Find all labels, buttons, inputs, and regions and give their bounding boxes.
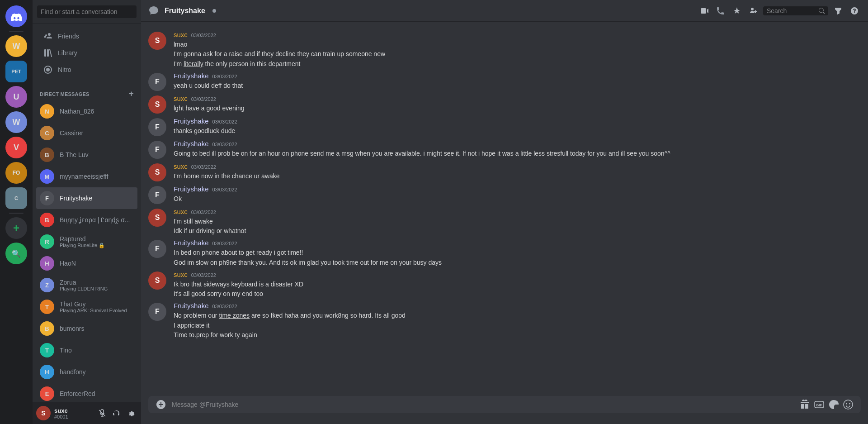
header-search-box xyxy=(763,6,828,15)
pin-button[interactable] xyxy=(731,5,743,17)
server-pet[interactable]: PET xyxy=(5,61,27,82)
avatar-suxc-6[interactable]: S xyxy=(148,163,166,181)
nav-friends[interactable]: Friends xyxy=(36,28,137,44)
online-indicator xyxy=(212,9,216,13)
server-s7[interactable]: C xyxy=(5,187,27,209)
dm-avatar-raptured: R xyxy=(40,234,54,249)
dm-item-myynameeissjefff[interactable]: M myynameeissjefff xyxy=(36,166,137,187)
message-content-2: Fruityshake 03/03/2022 yeah u could deff… xyxy=(174,72,861,91)
message-input[interactable] xyxy=(172,396,794,413)
chat-input-area: GIF xyxy=(141,396,868,424)
nav-nitro[interactable]: Nitro xyxy=(36,62,137,78)
msg-text-1a: lmao xyxy=(174,40,861,49)
nav-nitro-label: Nitro xyxy=(58,66,71,73)
voice-call-button[interactable] xyxy=(714,5,727,17)
header-search-input[interactable] xyxy=(767,7,815,14)
avatar-fruityshake-5[interactable]: F xyxy=(148,141,166,159)
msg-username-fruityshake-4[interactable]: Fruityshake xyxy=(174,117,209,125)
dm-item-raptured[interactable]: R Raptured Playing RuneLite 🔒 xyxy=(36,231,137,252)
dm-avatar-zorua: Z xyxy=(40,278,54,292)
avatar-fruityshake-9[interactable]: F xyxy=(148,240,166,258)
msg-username-fruityshake-7[interactable]: Fruityshake xyxy=(174,185,209,193)
message-group-10: S suxc 03/03/2022 Ik bro that sideways k… xyxy=(141,269,868,300)
message-group-6: S suxc 03/03/2022 I'm home now in the ch… xyxy=(141,161,868,183)
settings-button[interactable] xyxy=(125,407,137,419)
msg-timestamp-10: 03/03/2022 xyxy=(191,272,216,278)
svg-point-8 xyxy=(844,400,853,409)
chat-header: Fruityshake xyxy=(141,0,868,22)
gift-button[interactable] xyxy=(799,399,810,410)
dm-item-enforcerred[interactable]: E EnforcerRed xyxy=(36,383,137,402)
server-s6[interactable]: FO xyxy=(5,162,27,184)
msg-username-fruityshake-2[interactable]: Fruityshake xyxy=(174,72,209,80)
dm-item-nathan[interactable]: N Nathan_826 xyxy=(36,100,137,122)
msg-username-fruityshake-9[interactable]: Fruityshake xyxy=(174,239,209,247)
msg-username-fruityshake-11[interactable]: Fruityshake xyxy=(174,302,209,310)
user-tag: #0001 xyxy=(54,414,92,419)
avatar-suxc-3[interactable]: S xyxy=(148,95,166,114)
mute-button[interactable] xyxy=(96,407,108,419)
dm-item-bumonrs[interactable]: B bumonrs xyxy=(36,318,137,339)
add-attachment-button[interactable] xyxy=(156,399,166,410)
msg-username-suxc-1[interactable]: suxc xyxy=(174,31,188,38)
msg-timestamp-7: 03/03/2022 xyxy=(212,187,237,192)
server-w1[interactable]: W xyxy=(5,35,27,57)
server-s5[interactable]: V xyxy=(5,137,27,158)
dm-item-thatguy[interactable]: T That Guy Playing ARK: Survival Evolved xyxy=(36,296,137,318)
dm-name-myynameeissjefff: myynameeissjefff xyxy=(60,173,134,180)
search-input[interactable] xyxy=(37,5,137,18)
avatar-suxc-1[interactable]: S xyxy=(148,32,166,50)
dm-item-bunny[interactable]: B Вцηηу ʝɛαρα | Ꮭαηɖʂ σ... xyxy=(36,209,137,231)
dm-name-handfony: handfony xyxy=(60,368,134,376)
discord-home-button[interactable] xyxy=(5,5,27,27)
msg-username-suxc-8[interactable]: suxc xyxy=(174,208,188,215)
avatar-fruityshake-11[interactable]: F xyxy=(148,303,166,321)
message-content-6: suxc 03/03/2022 I'm home now in the chan… xyxy=(174,162,861,181)
headset-button[interactable] xyxy=(110,407,123,419)
sticker-button[interactable] xyxy=(828,399,839,410)
dm-name-haon: HaoN xyxy=(60,260,134,267)
msg-header-7: Fruityshake 03/03/2022 xyxy=(174,185,861,193)
avatar-fruityshake-7[interactable]: F xyxy=(148,186,166,204)
dm-item-zorua[interactable]: Z Zorua Playing ELDEN RING xyxy=(36,274,137,296)
dm-item-handfony[interactable]: H handfony xyxy=(36,361,137,383)
dm-item-tino[interactable]: T Tino xyxy=(36,339,137,361)
messages-area: S suxc 03/03/2022 lmao I'm gonna ask for… xyxy=(141,22,868,396)
add-friend-button[interactable] xyxy=(747,5,760,17)
dm-item-cassirer[interactable]: C Cassirer xyxy=(36,122,137,144)
msg-timestamp-5: 03/03/2022 xyxy=(212,142,237,147)
emoji-button[interactable] xyxy=(843,399,854,410)
add-dm-button[interactable]: + xyxy=(129,89,134,99)
msg-text-4: thanks goodluck dude xyxy=(174,127,861,135)
nav-library[interactable]: Library xyxy=(36,45,137,61)
chat-input-box: GIF xyxy=(148,396,861,413)
help-button[interactable] xyxy=(848,5,861,17)
msg-username-suxc-3[interactable]: suxc xyxy=(174,95,188,102)
server-s3[interactable]: U xyxy=(5,86,27,108)
dm-name-cassirer: Cassirer xyxy=(60,129,134,137)
msg-header-10: suxc 03/03/2022 xyxy=(174,271,861,278)
msg-text-1c: I'm literally the only person in this de… xyxy=(174,60,861,68)
user-info: suxc #0001 xyxy=(54,407,92,419)
server-s4[interactable]: W xyxy=(5,111,27,133)
avatar-suxc-8[interactable]: S xyxy=(148,209,166,227)
dm-item-haon[interactable]: H HaoN xyxy=(36,252,137,274)
gif-button[interactable]: GIF xyxy=(814,399,825,410)
msg-username-suxc-6[interactable]: suxc xyxy=(174,162,188,170)
msg-text-7: Ok xyxy=(174,195,861,203)
msg-username-fruityshake-5[interactable]: Fruityshake xyxy=(174,140,209,148)
message-group-9: F Fruityshake 03/03/2022 In bed on phone… xyxy=(141,237,868,269)
library-icon xyxy=(43,48,52,57)
video-call-button[interactable] xyxy=(698,5,711,17)
dm-item-fruityshake[interactable]: F Fruityshake xyxy=(36,187,137,209)
chat-main: Fruityshake xyxy=(141,0,868,424)
avatar-fruityshake-2[interactable]: F xyxy=(148,73,166,91)
msg-username-suxc-10[interactable]: suxc xyxy=(174,271,188,278)
dm-item-btheluv[interactable]: B B The Luv xyxy=(36,144,137,166)
inbox-button[interactable] xyxy=(832,5,844,17)
avatar-suxc-10[interactable]: S xyxy=(148,272,166,290)
add-server-button[interactable]: + xyxy=(5,217,27,239)
avatar-fruityshake-4[interactable]: F xyxy=(148,118,166,136)
dm-name-enforcerred: EnforcerRed xyxy=(60,390,134,397)
explore-public-servers[interactable]: 🔍 xyxy=(5,243,27,264)
